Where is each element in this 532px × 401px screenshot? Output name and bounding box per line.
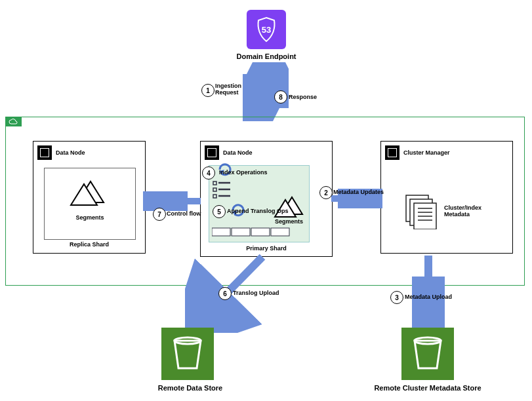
arrow-primary-to-replica <box>143 191 202 211</box>
step-8-badge: 8 <box>274 90 287 104</box>
replica-segments-label: Segments <box>45 214 135 221</box>
step-6-label: Translog Upload <box>233 290 279 296</box>
step-7-badge: 7 <box>153 208 166 221</box>
step-4-badge: 4 <box>202 166 215 180</box>
step-3-badge: 3 <box>390 291 403 304</box>
domain-endpoint-label: Domain Endpoint <box>230 52 303 60</box>
svg-rect-12 <box>251 228 270 236</box>
chip-icon <box>205 145 219 160</box>
step-7-label: Control flow <box>167 210 201 217</box>
svg-rect-10 <box>212 228 230 236</box>
remote-data-store-icon <box>161 328 214 381</box>
step-1-badge: 1 <box>201 84 215 97</box>
step-8-label: Response <box>289 94 317 100</box>
step-5-badge: 5 <box>213 205 226 218</box>
manager-node-box: Cluster Manager Cluster/Index Metadata <box>380 141 513 254</box>
manager-node-title: Cluster Manager <box>403 149 450 156</box>
chip-icon <box>37 145 52 160</box>
domain-endpoint-logo: 53 <box>247 10 286 49</box>
svg-rect-8 <box>213 195 216 198</box>
step-2-label: Metadata Updates <box>333 189 384 195</box>
step-2-badge: 2 <box>319 186 333 199</box>
svg-rect-13 <box>271 228 289 236</box>
svg-rect-4 <box>213 181 216 185</box>
primary-shard-box: Segments <box>209 165 310 242</box>
svg-rect-27 <box>161 328 214 380</box>
replica-node-box: Data Node Segments Replica Shard <box>33 141 146 254</box>
step-4-label: Index Operations <box>219 169 268 176</box>
segments-icon <box>64 176 110 209</box>
translog-row-icon <box>212 227 291 238</box>
documents-icon <box>403 193 440 229</box>
svg-rect-11 <box>232 228 250 236</box>
chip-icon <box>385 145 399 160</box>
remote-metadata-store-label: Remote Cluster Metadata Store <box>362 384 493 392</box>
svg-rect-29 <box>401 328 454 380</box>
remote-metadata-store-icon <box>401 328 454 381</box>
cloud-icon <box>5 117 22 126</box>
replica-shard-box: Segments <box>44 168 136 240</box>
segments-icon <box>270 191 309 221</box>
remote-data-store-label: Remote Data Store <box>138 384 243 392</box>
list-icon <box>212 180 232 202</box>
step-1-label: Ingestion Request <box>215 83 241 96</box>
primary-node-box: Data Node Segments Prima <box>200 141 333 257</box>
step-3-label: Metadata Upload <box>405 294 452 300</box>
logo-number: 53 <box>262 25 271 35</box>
manager-doc-label: Cluster/Index Metadata <box>444 204 481 218</box>
replica-shard-label: Replica Shard <box>33 241 145 248</box>
svg-rect-6 <box>213 188 216 191</box>
replica-node-title: Data Node <box>56 149 85 156</box>
shield-icon: 53 <box>253 16 279 43</box>
step-5-label: Append Translog Ops <box>227 208 289 214</box>
primary-shard-label: Primary Shard <box>201 245 332 252</box>
primary-node-title: Data Node <box>223 149 253 156</box>
step-6-badge: 6 <box>218 287 232 300</box>
primary-segments-label: Segments <box>275 218 303 225</box>
